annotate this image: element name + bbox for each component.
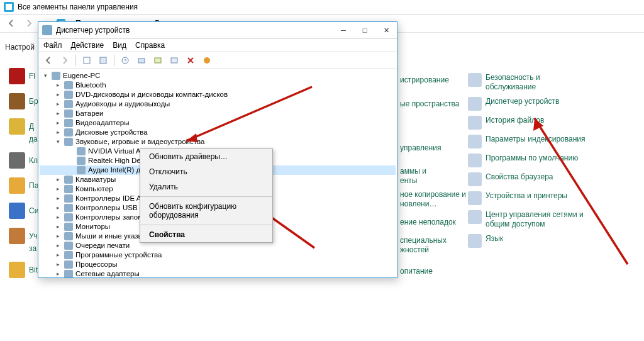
link-index[interactable]: Параметры индексирования: [468, 132, 625, 151]
tree-category[interactable]: ▸Дисковые устройства: [40, 128, 396, 137]
device-icon: [64, 176, 73, 184]
device-manager-icon: [42, 25, 52, 35]
ctx-properties[interactable]: Свойства: [140, 227, 272, 242]
device-manager-title: Диспетчер устройств: [56, 26, 130, 35]
tree-category[interactable]: ▸Батареи: [40, 109, 396, 118]
audio-device-icon: [77, 157, 86, 165]
audio-device-icon: [77, 147, 86, 155]
enable-button[interactable]: [199, 53, 214, 68]
list-item: да: [29, 135, 38, 143]
expander-icon[interactable]: ▸: [55, 232, 62, 241]
scan-button[interactable]: [134, 53, 149, 68]
menu-view[interactable]: Вид: [113, 41, 126, 50]
network-icon: [468, 210, 482, 224]
context-menu: Обновить драйверы… Отключить Удалить Обн…: [140, 148, 273, 243]
fragment[interactable]: аммы и: [400, 167, 426, 176]
expander-icon[interactable]: ▸: [55, 128, 62, 137]
fragment[interactable]: управления: [400, 143, 441, 152]
minimize-button[interactable]: ─: [333, 22, 354, 38]
list-item[interactable]: Уч: [29, 232, 38, 240]
uninstall-button[interactable]: [167, 53, 182, 68]
ctx-scan[interactable]: Обновить конфигурацию оборудования: [140, 199, 272, 223]
expander-icon[interactable]: ▾: [42, 71, 49, 81]
close-button[interactable]: ✕: [375, 22, 397, 38]
tree-category[interactable]: ▸Видеоадаптеры: [40, 118, 396, 128]
ctx-disable[interactable]: Отключить: [140, 164, 272, 179]
tree-category[interactable]: ▸Сетевые адаптеры: [40, 269, 396, 277]
link-security[interactable]: Безопасность и обслуживание: [468, 70, 625, 94]
tree-category[interactable]: ▸Аудиовходы и аудиовыходы: [40, 99, 396, 109]
link-language[interactable]: Язык: [468, 232, 625, 250]
speaker-icon: [64, 138, 73, 146]
control-panel-titlebar: Все элементы панели управления: [0, 0, 644, 14]
expander-icon[interactable]: ▸: [55, 250, 62, 260]
tree-category[interactable]: ▸DVD-дисководы и дисководы компакт-диско…: [40, 90, 396, 99]
settings-label: Настрой: [5, 40, 34, 52]
tree-category[interactable]: ▸Программные устройства: [40, 250, 396, 260]
tree-category[interactable]: ▸Процессоры: [40, 260, 396, 269]
expander-icon[interactable]: ▸: [55, 81, 62, 90]
expander-icon[interactable]: ▸: [55, 203, 62, 213]
link-device-manager[interactable]: Диспетчер устройств: [468, 94, 625, 113]
show-hidden-button[interactable]: [79, 53, 94, 68]
device-icon: [64, 204, 73, 212]
expander-icon[interactable]: ▸: [55, 213, 62, 222]
list-item[interactable]: Кл: [29, 156, 38, 165]
expander-icon[interactable]: ▸: [55, 194, 62, 203]
tree-root[interactable]: ▾ Eugene-PC: [40, 71, 396, 81]
expander-icon[interactable]: ▸: [55, 241, 62, 250]
list-item[interactable]: Д: [29, 122, 34, 131]
device-icon: [64, 270, 73, 277]
menu-file[interactable]: Файл: [43, 41, 62, 50]
expander-icon[interactable]: ▸: [55, 175, 62, 184]
link-internet-options[interactable]: Свойства браузера: [468, 170, 625, 189]
device-icon: [64, 109, 73, 118]
expander-icon[interactable]: ▸: [55, 118, 62, 128]
device-icon: [64, 185, 73, 193]
expander-icon[interactable]: ▸: [55, 269, 62, 277]
help-button[interactable]: ?: [118, 53, 133, 68]
svg-point-7: [204, 57, 210, 64]
disable-button[interactable]: [183, 53, 198, 68]
link-default-programs[interactable]: Программы по умолчанию: [468, 151, 625, 170]
fragment[interactable]: опитание: [400, 267, 433, 276]
list-item[interactable]: Бр: [29, 97, 38, 106]
list-item: за: [29, 244, 36, 253]
fragment[interactable]: ые пространства: [400, 99, 459, 108]
expander-icon[interactable]: ▸: [55, 222, 62, 232]
back-button[interactable]: [41, 53, 56, 68]
expander-icon[interactable]: ▾: [55, 137, 62, 147]
list-item[interactable]: Fl: [29, 72, 35, 81]
ctx-delete[interactable]: Удалить: [140, 179, 272, 194]
link-network-center[interactable]: Центр управления сетями и общим доступом: [468, 208, 625, 232]
expander-icon[interactable]: ▸: [55, 184, 62, 194]
ctx-update-drivers[interactable]: Обновить драйверы…: [140, 149, 272, 164]
toolbar: ?: [38, 52, 397, 69]
link-devices-printers[interactable]: Устройства и принтеры: [468, 189, 625, 208]
fragment[interactable]: ное копирование и: [400, 190, 466, 199]
expander-icon[interactable]: ▸: [55, 109, 62, 118]
search-icon: [468, 135, 482, 148]
expander-icon[interactable]: ▸: [55, 99, 62, 109]
link-file-history[interactable]: История файлов: [468, 113, 625, 132]
expander-icon[interactable]: ▸: [55, 90, 62, 99]
tree-category[interactable]: ▸Bluetooth: [40, 81, 396, 90]
forward-button[interactable]: [57, 53, 72, 68]
properties-button[interactable]: [96, 53, 111, 68]
fragment[interactable]: истрирование: [400, 75, 449, 84]
expander-icon[interactable]: ▸: [55, 260, 62, 269]
menu-help[interactable]: Справка: [135, 41, 165, 50]
maximize-button[interactable]: □: [354, 22, 375, 38]
printer-icon: [468, 191, 482, 205]
device-icon: [64, 242, 73, 250]
list-item[interactable]: Bit: [29, 266, 38, 274]
fragment[interactable]: ение неполадок: [400, 218, 456, 226]
forward-button[interactable]: [21, 16, 36, 31]
tree-category-sound[interactable]: ▾ Звуковые, игровые и видеоустройства: [40, 137, 396, 147]
back-button[interactable]: [4, 16, 19, 31]
menu-action[interactable]: Действие: [71, 41, 104, 50]
device-icon: [64, 100, 73, 108]
fragment[interactable]: специальных: [400, 236, 447, 245]
left-partial-column: Fl Бр Д да Кл Па Си Уч за Bit: [9, 68, 38, 278]
update-driver-button[interactable]: [150, 53, 165, 68]
